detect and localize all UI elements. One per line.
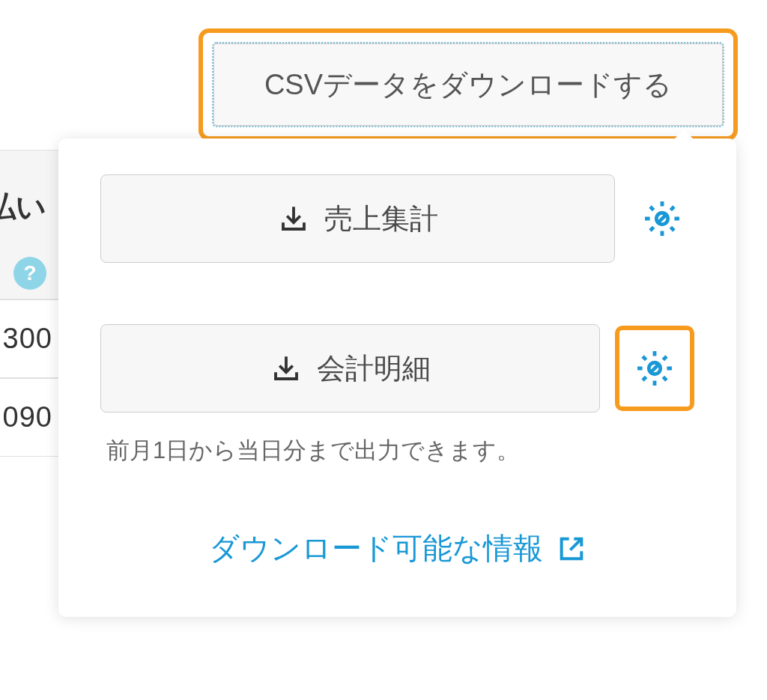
sales-summary-settings[interactable] [630,186,694,251]
helper-text: 前月1日から当日分まで出力できます。 [106,435,694,466]
footer-link-label: ダウンロード可能な情報 [209,528,543,569]
option-row-sales: 売上集計 [100,174,694,263]
gear-icon [633,347,676,390]
sales-summary-label: 売上集計 [324,200,438,238]
gear-icon [640,197,684,240]
column-header-text: 払い [0,186,46,228]
sales-summary-button[interactable]: 売上集計 [100,174,615,263]
csv-download-button[interactable]: CSVデータをダウンロードする [212,42,724,127]
download-icon [270,353,302,384]
download-popup: 売上集計 会計明細 前月1日から当日分 [58,139,736,617]
downloadable-info-link[interactable]: ダウンロード可能な情報 [209,528,586,569]
option-row-account: 会計明細 [100,324,694,413]
external-link-icon [557,534,586,564]
table-cell: ,090 [0,378,60,457]
account-detail-settings[interactable] [615,326,694,411]
footer-link-wrapper: ダウンロード可能な情報 [100,528,694,569]
csv-download-label: CSVデータをダウンロードする [264,66,672,104]
account-detail-button[interactable]: 会計明細 [100,324,600,413]
help-icon[interactable]: ? [13,257,46,290]
table-cell: ,300 [0,299,60,378]
column-header: 払い ? [0,150,60,299]
account-detail-label: 会計明細 [317,350,431,388]
download-icon [278,203,309,234]
background-table: 払い ? ,300 ,090 [0,150,60,457]
csv-download-highlight: CSVデータをダウンロードする [198,28,738,141]
